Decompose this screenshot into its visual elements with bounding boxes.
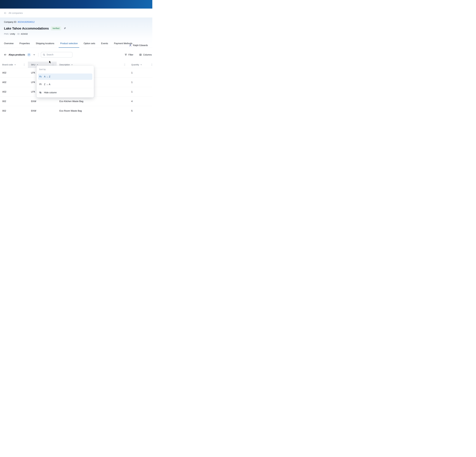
- columns-label: Columns: [143, 53, 152, 56]
- pms-line: PMS: Unitly · ID: 423432: [4, 33, 152, 35]
- cell-quantity: 5: [129, 110, 152, 112]
- tab-overview[interactable]: Overview: [4, 42, 14, 48]
- column-label: Quantity: [131, 64, 139, 66]
- drag-handle-icon[interactable]: [124, 64, 125, 66]
- cell-description: Eco Room Waste Bag: [57, 110, 129, 112]
- sort-descending-label: Z → A: [44, 83, 50, 86]
- user-icon: [129, 44, 132, 47]
- sort-ascending-option[interactable]: A → Z: [38, 74, 92, 80]
- filter-icon: [125, 53, 127, 56]
- sort-descending-option[interactable]: Z → A: [38, 81, 92, 87]
- filter-label: Filter: [128, 53, 133, 56]
- tab-product-selection[interactable]: Product selection: [59, 42, 79, 48]
- company-id-link[interactable]: 40234192934012: [17, 21, 34, 23]
- hide-column-label: Hide column: [44, 91, 57, 94]
- cell-quantity: 1: [129, 71, 152, 74]
- tab-shipping-locations[interactable]: Shipping locations: [36, 42, 54, 48]
- drag-handle-icon[interactable]: [24, 64, 25, 66]
- columns-button[interactable]: Columns: [139, 53, 152, 56]
- column-header-quantity[interactable]: Quantity: [129, 62, 152, 68]
- sort-ascending-icon: [39, 75, 42, 78]
- sort-descending-icon: [39, 83, 42, 86]
- filter-button[interactable]: Filter: [125, 53, 133, 56]
- tab-events[interactable]: Events: [101, 42, 108, 48]
- secondary-id-value: 423432: [21, 33, 28, 35]
- back-arrow-icon: [4, 53, 7, 56]
- columns-icon: [139, 53, 142, 56]
- pms-value: Unitly: [10, 33, 15, 35]
- search-input[interactable]: [47, 53, 70, 56]
- cell-sku: EKW: [28, 100, 57, 103]
- chevron-down-icon: [14, 64, 16, 66]
- pms-label: PMS:: [4, 33, 9, 35]
- cell-brand-code: 002: [0, 110, 28, 112]
- user-name: Ralph Edwards: [133, 44, 148, 47]
- cell-quantity: 1: [129, 90, 152, 93]
- company-name-row: Lake Tahoe Accommodations Verified: [4, 26, 152, 30]
- cell-quantity: 1: [129, 81, 152, 84]
- cell-quantity: 4: [129, 100, 152, 103]
- user-chip[interactable]: Ralph Edwards: [129, 44, 148, 47]
- cell-sku: EKW: [28, 110, 57, 112]
- chevron-up-icon: [36, 64, 38, 66]
- separator-dot: ·: [16, 33, 17, 35]
- tab-option-sets[interactable]: Option sets: [84, 42, 95, 48]
- cell-brand-code: A02: [0, 90, 28, 93]
- chevron-down-icon: [33, 54, 35, 56]
- products-count-badge: 7: [27, 53, 31, 56]
- table-row[interactable]: 002 EKW Eco Room Waste Bag 5: [0, 106, 152, 114]
- verified-badge: Verified: [51, 26, 61, 30]
- cell-description: Eco Kitchen Waste Bag: [57, 100, 129, 103]
- sort-menu: Sort by A → Z Z → A Hide column: [37, 66, 94, 97]
- back-arrow-icon: [4, 12, 7, 14]
- breadcrumb-label: All companies: [8, 12, 23, 14]
- search-box[interactable]: [41, 52, 72, 58]
- tab-properties[interactable]: Properties: [19, 42, 30, 48]
- toolbar: Alaya products 7 Filter: [0, 48, 152, 62]
- hide-column-option[interactable]: Hide column: [38, 89, 92, 96]
- company-header: Company ID: 40234192934012 Lake Tahoe Ac…: [0, 18, 152, 48]
- column-label: SKU: [31, 64, 35, 66]
- secondary-id-label: ID:: [17, 33, 20, 35]
- top-banner: [0, 0, 152, 8]
- breadcrumb-back[interactable]: All companies: [0, 8, 152, 18]
- products-list-title: Alaya products: [8, 53, 25, 56]
- company-id-label: Company ID:: [4, 21, 17, 23]
- products-back-button[interactable]: [4, 53, 7, 56]
- pin-icon: [63, 27, 66, 30]
- sort-ascending-label: A → Z: [44, 75, 50, 78]
- table-row[interactable]: 002 EKW Eco Kitchen Waste Bag 4: [0, 97, 152, 106]
- pin-button[interactable]: [63, 27, 66, 30]
- chevron-down-icon: [71, 64, 73, 66]
- company-id-line: Company ID: 40234192934012: [4, 21, 152, 23]
- chevron-down-icon: [140, 64, 142, 66]
- toolbar-divider: [38, 53, 38, 57]
- sort-menu-title: Sort by: [38, 68, 92, 74]
- drag-handle-icon[interactable]: [151, 64, 152, 66]
- page-title: Lake Tahoe Accommodations: [4, 26, 49, 30]
- eye-off-icon: [39, 91, 42, 94]
- column-header-brand-code[interactable]: Brand code: [0, 62, 28, 68]
- page: All companies Company ID: 40234192934012…: [0, 0, 152, 114]
- search-icon: [43, 53, 45, 56]
- cell-brand-code: A02: [0, 81, 28, 84]
- column-label: Brand code: [2, 64, 13, 66]
- cell-brand-code: A02: [0, 71, 28, 74]
- products-dropdown-toggle[interactable]: [33, 54, 35, 56]
- cell-brand-code: 002: [0, 100, 28, 103]
